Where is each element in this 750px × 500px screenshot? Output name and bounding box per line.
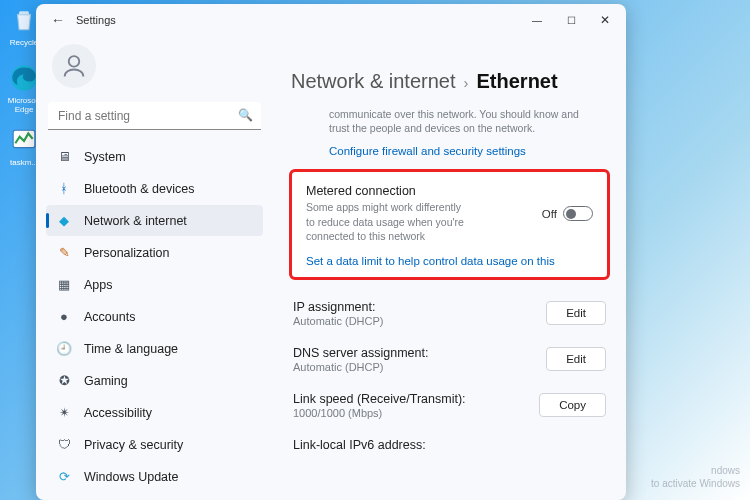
nav-label: Windows Update bbox=[84, 470, 179, 484]
window-title: Settings bbox=[76, 14, 116, 26]
nav-label: Gaming bbox=[84, 374, 128, 388]
nav-list: 🖥SystemᚼBluetooth & devices◆Network & in… bbox=[42, 140, 267, 500]
nav-label: Accessibility bbox=[84, 406, 152, 420]
minimize-button[interactable]: — bbox=[520, 6, 554, 34]
nav-label: Personalization bbox=[84, 246, 169, 260]
maximize-button[interactable]: ☐ bbox=[554, 6, 588, 34]
breadcrumb-parent[interactable]: Network & internet bbox=[291, 70, 456, 93]
nav-icon: 🕘 bbox=[56, 341, 72, 357]
edit-button[interactable]: Edit bbox=[546, 301, 606, 325]
nav-label: Bluetooth & devices bbox=[84, 182, 195, 196]
sidebar-item-network-internet[interactable]: ◆Network & internet bbox=[46, 205, 263, 236]
property-row: Link speed (Receive/Transmit):1000/1000 … bbox=[291, 382, 608, 428]
search-box: 🔍 bbox=[48, 102, 261, 130]
property-key: DNS server assignment: bbox=[293, 346, 536, 360]
breadcrumb: Network & internet › Ethernet bbox=[291, 70, 604, 93]
nav-label: Accounts bbox=[84, 310, 135, 324]
nav-label: Network & internet bbox=[84, 214, 187, 228]
nav-label: Privacy & security bbox=[84, 438, 183, 452]
main-pane: Network & internet › Ethernet communicat… bbox=[273, 36, 626, 500]
nav-icon: 🖥 bbox=[56, 149, 72, 165]
breadcrumb-current: Ethernet bbox=[477, 70, 558, 93]
property-row: DNS server assignment:Automatic (DHCP)Ed… bbox=[291, 336, 608, 382]
sidebar-item-gaming[interactable]: ✪Gaming bbox=[46, 365, 263, 396]
data-limit-link[interactable]: Set a data limit to help control data us… bbox=[306, 255, 593, 267]
avatar bbox=[52, 44, 96, 88]
nav-icon: 🛡 bbox=[56, 437, 72, 453]
nav-icon: ⟳ bbox=[56, 469, 72, 485]
metered-description: Some apps might work differently to redu… bbox=[306, 200, 466, 243]
titlebar: ← Settings — ☐ ✕ bbox=[36, 4, 626, 36]
metered-title: Metered connection bbox=[306, 184, 532, 198]
settings-window: ← Settings — ☐ ✕ 🔍 🖥SystemᚼBluetooth & d… bbox=[36, 4, 626, 500]
metered-toggle[interactable] bbox=[563, 206, 593, 221]
firewall-link[interactable]: Configure firewall and security settings bbox=[329, 145, 602, 157]
toggle-state-label: Off bbox=[542, 208, 557, 220]
nav-icon: ● bbox=[56, 309, 72, 325]
property-row: IP assignment:Automatic (DHCP)Edit bbox=[291, 290, 608, 336]
sidebar: 🔍 🖥SystemᚼBluetooth & devices◆Network & … bbox=[36, 36, 273, 500]
property-value: Automatic (DHCP) bbox=[293, 361, 536, 373]
nav-icon: ◆ bbox=[56, 213, 72, 229]
property-key: Link speed (Receive/Transmit): bbox=[293, 392, 529, 406]
sidebar-item-windows-update[interactable]: ⟳Windows Update bbox=[46, 461, 263, 492]
nav-icon: ✎ bbox=[56, 245, 72, 261]
nav-icon: ✴ bbox=[56, 405, 72, 421]
property-row: Link-local IPv6 address: bbox=[291, 428, 608, 462]
sidebar-item-system[interactable]: 🖥System bbox=[46, 141, 263, 172]
sidebar-item-privacy-security[interactable]: 🛡Privacy & security bbox=[46, 429, 263, 460]
edit-button[interactable]: Edit bbox=[546, 347, 606, 371]
copy-button[interactable]: Copy bbox=[539, 393, 606, 417]
sidebar-item-personalization[interactable]: ✎Personalization bbox=[46, 237, 263, 268]
chevron-right-icon: › bbox=[464, 74, 469, 91]
network-profile-cutoff: communicate over this network. You shoul… bbox=[291, 107, 608, 165]
property-key: Link-local IPv6 address: bbox=[293, 438, 606, 452]
property-key: IP assignment: bbox=[293, 300, 536, 314]
profile-area[interactable] bbox=[42, 36, 267, 102]
search-icon: 🔍 bbox=[238, 108, 253, 122]
property-value: Automatic (DHCP) bbox=[293, 315, 536, 327]
back-button[interactable]: ← bbox=[46, 12, 70, 28]
sidebar-item-accessibility[interactable]: ✴Accessibility bbox=[46, 397, 263, 428]
network-profile-description: communicate over this network. You shoul… bbox=[329, 107, 602, 135]
sidebar-item-time-language[interactable]: 🕘Time & language bbox=[46, 333, 263, 364]
search-input[interactable] bbox=[48, 102, 261, 130]
svg-point-2 bbox=[69, 56, 80, 67]
nav-icon: ᚼ bbox=[56, 181, 72, 197]
metered-connection-card: Metered connection Some apps might work … bbox=[291, 171, 608, 278]
sidebar-item-accounts[interactable]: ●Accounts bbox=[46, 301, 263, 332]
property-value: 1000/1000 (Mbps) bbox=[293, 407, 529, 419]
nav-label: Time & language bbox=[84, 342, 178, 356]
sidebar-item-bluetooth-devices[interactable]: ᚼBluetooth & devices bbox=[46, 173, 263, 204]
nav-icon: ✪ bbox=[56, 373, 72, 389]
nav-label: System bbox=[84, 150, 126, 164]
close-button[interactable]: ✕ bbox=[588, 6, 622, 34]
nav-icon: ▦ bbox=[56, 277, 72, 293]
sidebar-item-apps[interactable]: ▦Apps bbox=[46, 269, 263, 300]
nav-label: Apps bbox=[84, 278, 113, 292]
activation-watermark: ndows to activate Windows bbox=[651, 464, 740, 490]
